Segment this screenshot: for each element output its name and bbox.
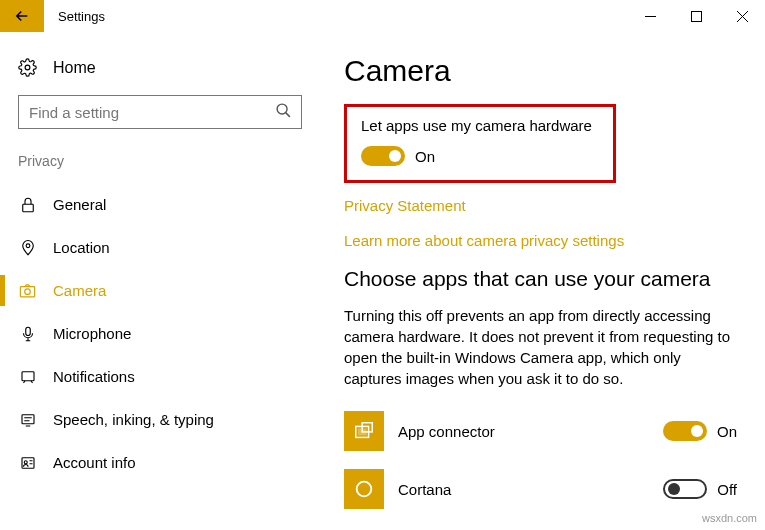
sidebar: Home Privacy General Location Camera Mic… <box>0 32 320 530</box>
sidebar-item-microphone[interactable]: Microphone <box>0 312 320 355</box>
cortana-state: Off <box>717 481 737 498</box>
location-icon <box>18 238 37 257</box>
notifications-icon <box>18 367 37 386</box>
speech-icon <box>18 410 37 429</box>
sidebar-item-notifications[interactable]: Notifications <box>0 355 320 398</box>
lock-icon <box>18 195 37 214</box>
svg-point-6 <box>25 289 31 295</box>
sidebar-item-label: Camera <box>53 282 106 299</box>
svg-point-4 <box>26 243 30 247</box>
svg-rect-9 <box>22 414 34 423</box>
microphone-icon <box>18 324 37 343</box>
sidebar-item-label: Speech, inking, & typing <box>53 411 214 428</box>
arrow-left-icon <box>13 7 31 25</box>
close-icon <box>737 11 748 22</box>
window-title: Settings <box>44 0 627 32</box>
minimize-button[interactable] <box>627 0 673 32</box>
learn-more-link[interactable]: Learn more about camera privacy settings <box>344 232 737 249</box>
camera-icon <box>18 281 37 300</box>
sidebar-item-camera[interactable]: Camera <box>0 269 320 312</box>
app-connector-icon <box>344 411 384 451</box>
sidebar-item-general[interactable]: General <box>0 183 320 226</box>
app-connector-state: On <box>717 423 737 440</box>
cortana-icon <box>344 469 384 509</box>
sidebar-item-location[interactable]: Location <box>0 226 320 269</box>
watermark: wsxdn.com <box>702 512 757 524</box>
choose-apps-desc: Turning this off prevents an app from di… <box>344 305 737 389</box>
svg-point-15 <box>357 482 372 497</box>
close-button[interactable] <box>719 0 765 32</box>
home-label: Home <box>53 59 96 77</box>
sidebar-item-label: General <box>53 196 106 213</box>
choose-apps-heading: Choose apps that can use your camera <box>344 267 737 291</box>
cortana-toggle[interactable] <box>663 479 707 499</box>
main-panel: Camera Let apps use my camera hardware O… <box>320 32 765 530</box>
maximize-icon <box>691 11 702 22</box>
sidebar-item-label: Location <box>53 239 110 256</box>
master-toggle[interactable] <box>361 146 405 166</box>
app-name: App connector <box>398 423 653 440</box>
account-icon <box>18 453 37 472</box>
sidebar-item-label: Notifications <box>53 368 135 385</box>
sidebar-item-label: Account info <box>53 454 136 471</box>
svg-point-11 <box>24 460 27 463</box>
app-row-cortana: Cortana Off <box>344 469 737 509</box>
gear-icon <box>18 58 37 77</box>
svg-rect-3 <box>22 204 33 212</box>
master-toggle-state: On <box>415 148 435 165</box>
svg-point-1 <box>25 65 30 70</box>
app-row-connector: App connector On <box>344 411 737 451</box>
svg-rect-5 <box>20 287 34 297</box>
svg-point-2 <box>277 104 287 114</box>
privacy-statement-link[interactable]: Privacy Statement <box>344 197 737 214</box>
minimize-icon <box>645 11 656 22</box>
sidebar-item-label: Microphone <box>53 325 131 342</box>
search-icon <box>275 102 292 123</box>
app-connector-toggle[interactable] <box>663 421 707 441</box>
svg-rect-7 <box>25 327 30 335</box>
highlight-box: Let apps use my camera hardware On <box>344 104 616 183</box>
page-title: Camera <box>344 54 737 88</box>
sidebar-item-account[interactable]: Account info <box>0 441 320 484</box>
master-toggle-label: Let apps use my camera hardware <box>361 117 599 134</box>
search-input[interactable] <box>18 95 302 129</box>
back-button[interactable] <box>0 0 44 32</box>
svg-rect-0 <box>691 11 701 21</box>
app-name: Cortana <box>398 481 653 498</box>
section-label: Privacy <box>0 153 320 183</box>
svg-rect-8 <box>22 371 34 380</box>
home-button[interactable]: Home <box>0 50 320 85</box>
maximize-button[interactable] <box>673 0 719 32</box>
sidebar-item-speech[interactable]: Speech, inking, & typing <box>0 398 320 441</box>
